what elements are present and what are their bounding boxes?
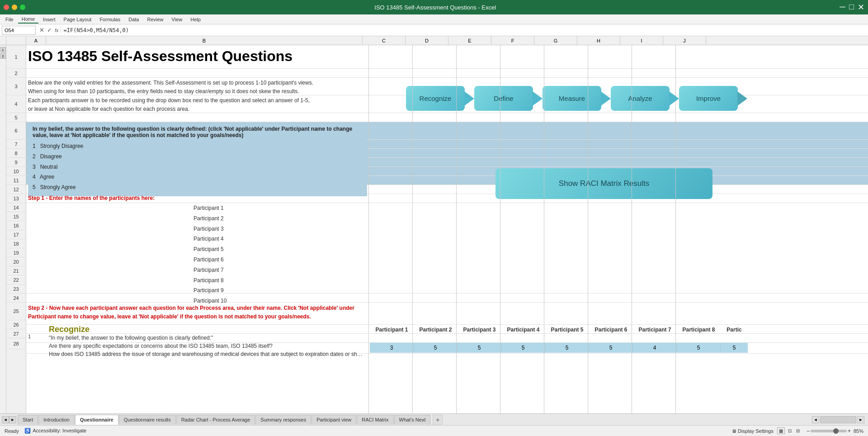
answer-cell-p3[interactable]: 5 [458, 343, 501, 353]
row-num-24: 24 [6, 294, 26, 303]
tab-summary-responses[interactable]: Summary responses [255, 415, 311, 425]
answer-cell-p1[interactable]: 3 [370, 343, 414, 353]
zoom-in-icon[interactable]: + [848, 428, 851, 434]
hscroll-right[interactable]: ► [857, 416, 864, 423]
ribbon-tab-help[interactable]: Help [187, 16, 204, 23]
row-num-14: 14 [6, 203, 26, 212]
row-col-corner [6, 36, 26, 45]
tab-introduction[interactable]: Introduction [38, 415, 74, 425]
row-group-btn-1[interactable]: 1 [0, 47, 6, 52]
answer-cell-p5[interactable]: 5 [545, 343, 589, 353]
description-text: Below are the only valid entries for the… [28, 79, 367, 96]
col-header-A[interactable]: A [26, 36, 46, 45]
ribbon-tab-file[interactable]: File [2, 16, 17, 23]
row-num-26: 26 [6, 320, 26, 329]
ribbon-tab-data[interactable]: Data [125, 16, 142, 23]
step2-label: Step 2 - Now have each participant answe… [28, 304, 367, 321]
col-header-H[interactable]: H [577, 36, 620, 45]
col-header-B[interactable]: B [46, 36, 363, 45]
answer-cell-p6[interactable]: 5 [589, 343, 633, 353]
recognize-title: Recognize [49, 325, 90, 334]
maximize-icon[interactable]: □ [849, 2, 854, 12]
col-header-G[interactable]: G [534, 36, 577, 45]
ribbon-tab-pagelayout[interactable]: Page Layout [60, 16, 95, 23]
flow-step-recognize[interactable]: Recognize [406, 86, 474, 111]
row-num-10: 10 [6, 167, 26, 176]
row-num-6: 6 [6, 122, 26, 140]
ribbon-tab-view[interactable]: View [168, 16, 186, 23]
ribbon-tab-insert[interactable]: Insert [39, 16, 59, 23]
question-text-28: Are there any specific expectations or c… [49, 343, 365, 349]
status-accessibility[interactable]: ♿ Accessibility: Investigate [24, 428, 87, 434]
col-header-I[interactable]: I [620, 36, 663, 45]
tab-start[interactable]: Start [18, 415, 38, 425]
col-header-E[interactable]: E [448, 36, 491, 45]
tab-questionnaire-results[interactable]: Questionnaire results [119, 415, 176, 425]
minimize-icon[interactable]: ─ [840, 2, 845, 12]
row-num-22: 22 [6, 275, 26, 284]
answer-cell-p4[interactable]: 5 [501, 343, 545, 353]
tab-scroll-left[interactable]: ◄ [2, 416, 9, 423]
confirm-formula-icon[interactable]: ✓ [47, 27, 52, 33]
flow-step-analyze[interactable]: Analyze [611, 86, 679, 111]
status-ready: Ready [5, 428, 19, 434]
hscroll-bar[interactable] [820, 416, 856, 423]
display-settings[interactable]: 🖥 Display Settings [731, 428, 774, 434]
row-num-11: 11 [6, 176, 26, 185]
row-group-btn-2[interactable]: 2 [0, 53, 6, 59]
cancel-formula-icon[interactable]: ✕ [39, 27, 44, 33]
formula-bar-content[interactable]: =IF(N54>0,M54/N54,0) [61, 27, 868, 33]
flow-step-define[interactable]: Define [474, 86, 542, 111]
row-num-2: 2 [6, 69, 26, 78]
flow-step-improve[interactable]: Improve [679, 86, 747, 111]
answer-cell-p9[interactable]: 5 [721, 343, 748, 353]
tab-participant-view[interactable]: Participant view [311, 415, 356, 425]
row-num-12: 12 [6, 185, 26, 194]
ribbon-tab-home[interactable]: Home [18, 15, 38, 24]
row-num-9: 9 [6, 158, 26, 167]
row-num-27: 27 [6, 329, 26, 338]
zoom-out-icon[interactable]: − [807, 428, 810, 434]
page-layout-view-icon[interactable]: ⊡ [787, 428, 793, 434]
row-num-18: 18 [6, 239, 26, 248]
insert-function-icon[interactable]: fx [55, 28, 59, 33]
tab-raci-matrix[interactable]: RACI Matrix [357, 415, 393, 425]
normal-view-icon[interactable]: ▦ [777, 427, 785, 434]
question-row-27: "In my belief, the answer to the followi… [49, 335, 379, 341]
tab-questionnaire[interactable]: Questionnaire [75, 415, 118, 425]
row-num-5: 5 [6, 113, 26, 122]
page-break-view-icon[interactable]: ⊟ [795, 428, 801, 434]
close-icon[interactable]: ✕ [858, 2, 864, 12]
zoom-slider[interactable] [811, 430, 847, 432]
col-header-J[interactable]: J [663, 36, 706, 45]
raci-matrix-button[interactable]: Show RACI Matrix Results [495, 168, 712, 199]
blue-box-title: In my belief, the answer to the followin… [33, 126, 363, 138]
answer-cells-row28: 3 5 5 5 5 5 4 5 5 [370, 343, 748, 353]
row-num-19: 19 [6, 248, 26, 257]
answer-cell-p2[interactable]: 5 [414, 343, 458, 353]
tab-radar-chart[interactable]: Radar Chart - Process Average [176, 415, 255, 425]
ribbon-tab-review[interactable]: Review [143, 16, 167, 23]
participants-list: Participant 1 Participant 2 Participant … [193, 203, 226, 306]
cell-reference-box[interactable]: O54 [2, 26, 36, 35]
display-icon: 🖥 [731, 428, 736, 434]
col-header-F[interactable]: F [491, 36, 534, 45]
hscroll-left[interactable]: ◄ [812, 416, 819, 423]
col-header-C[interactable]: C [363, 36, 406, 45]
flow-step-measure[interactable]: Measure [542, 86, 611, 111]
row-num-17: 17 [6, 230, 26, 239]
col-header-D[interactable]: D [406, 36, 448, 45]
ribbon-tab-formulas[interactable]: Formulas [96, 16, 124, 23]
accessibility-icon: ♿ [24, 428, 31, 433]
row-num-23: 23 [6, 284, 26, 294]
tab-scroll-right[interactable]: ► [9, 416, 16, 423]
add-sheet-button[interactable]: + [433, 415, 443, 425]
main-title: ISO 13485 Self-Assessment Questions [28, 48, 292, 65]
answer-cell-p8[interactable]: 5 [677, 343, 721, 353]
row-num-16: 16 [6, 221, 26, 230]
row-num-15: 15 [6, 212, 26, 221]
tab-whats-next[interactable]: What's Next [394, 415, 431, 425]
row-num-7: 7 [6, 140, 26, 149]
recognize-section-number: 1 [28, 334, 31, 339]
answer-cell-p7[interactable]: 4 [633, 343, 677, 353]
